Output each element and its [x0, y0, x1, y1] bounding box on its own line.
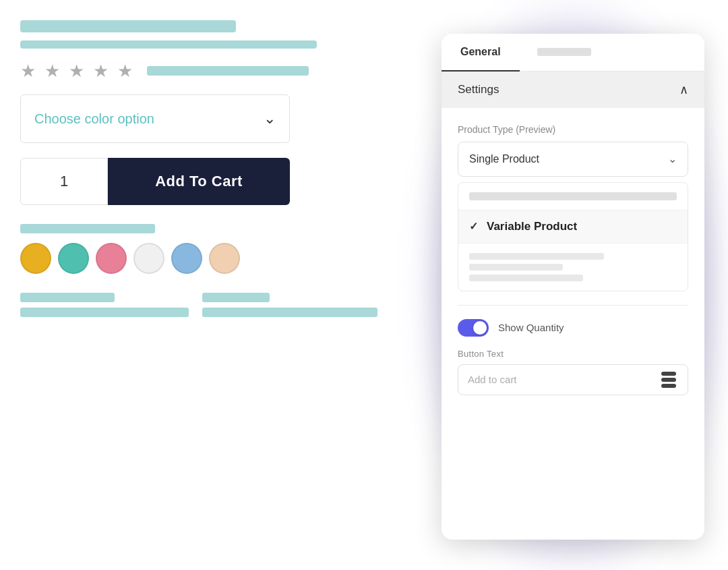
bottom-bar-2a: [202, 293, 270, 302]
star-2: ★: [44, 61, 65, 81]
color-option-dropdown[interactable]: Choose color option ⌄: [20, 94, 290, 143]
color-option-label: Choose color option: [34, 111, 154, 127]
tab-placeholder: [537, 48, 591, 56]
review-bar: [147, 66, 309, 76]
bottom-bar-1b: [20, 308, 189, 317]
item-bar-1: [469, 253, 604, 260]
button-text-input[interactable]: Add to cart: [458, 364, 688, 395]
product-type-dropdown[interactable]: Single Product ⌄: [458, 142, 688, 177]
swatches-row: [20, 243, 371, 274]
tab-general[interactable]: General: [442, 34, 520, 72]
bottom-bar-2b: [202, 308, 377, 317]
dropdown-item-variable-product[interactable]: ✓ Variable Product: [458, 210, 688, 244]
bottom-bar-1a: [20, 293, 115, 302]
chevron-down-icon: ⌄: [264, 110, 276, 127]
variable-product-label: Variable Product: [487, 220, 577, 233]
show-quantity-toggle[interactable]: [458, 319, 489, 337]
add-to-cart-button[interactable]: Add To Cart: [108, 158, 290, 205]
product-type-selected-label: Single Product: [469, 153, 539, 165]
check-icon: ✓: [469, 220, 481, 233]
bottom-block-1: [20, 293, 189, 322]
bottom-block-2: [202, 293, 377, 322]
decorative-bar-1: [20, 20, 236, 32]
right-panel: General Settings ∧ Product Type (Preview…: [431, 13, 715, 560]
star-1: ★: [20, 61, 40, 81]
swatch-white[interactable]: [133, 243, 164, 274]
settings-label: Settings: [458, 83, 499, 96]
settings-section-header[interactable]: Settings ∧: [442, 72, 704, 108]
bottom-placeholder-section: [20, 293, 371, 322]
swatch-pink[interactable]: [96, 243, 127, 274]
database-icon[interactable]: [659, 370, 678, 389]
show-quantity-row: Show Quantity: [458, 319, 688, 337]
swatches-section: [20, 224, 371, 274]
left-panel: ★ ★ ★ ★ ★ Choose color option ⌄ 1 Add To…: [0, 0, 391, 570]
product-type-dropdown-menu: ✓ Variable Product: [458, 182, 688, 291]
button-text-value: Add to cart: [468, 374, 517, 385]
swatch-blue[interactable]: [171, 243, 202, 274]
swatch-teal[interactable]: [58, 243, 89, 274]
item-bar-3: [469, 275, 583, 281]
star-4: ★: [93, 61, 113, 81]
item-bar-2: [469, 264, 563, 270]
star-5: ★: [117, 61, 138, 81]
dropdown-item-placeholder-2: [458, 244, 688, 291]
panel-tabs: General: [442, 34, 704, 72]
chevron-up-icon: ∧: [679, 82, 688, 97]
settings-panel: General Settings ∧ Product Type (Preview…: [442, 34, 704, 540]
quantity-input[interactable]: 1: [20, 158, 108, 205]
swatch-yellow[interactable]: [20, 243, 51, 274]
rating-row: ★ ★ ★ ★ ★: [20, 61, 371, 81]
cart-row: 1 Add To Cart: [20, 158, 290, 205]
product-type-field-label: Product Type (Preview): [458, 124, 688, 135]
product-type-chevron-icon: ⌄: [668, 152, 677, 165]
show-quantity-label: Show Quantity: [498, 322, 564, 333]
swatch-label-bar: [20, 224, 155, 233]
dropdown-item-placeholder-1[interactable]: [458, 183, 688, 210]
divider: [458, 305, 688, 306]
toggle-knob: [473, 321, 487, 335]
button-text-label: Button Text: [458, 349, 688, 359]
swatch-peach[interactable]: [209, 243, 240, 274]
panel-content: Product Type (Preview) Single Product ⌄ …: [442, 108, 704, 411]
decorative-bar-2: [20, 40, 317, 49]
star-3: ★: [69, 61, 89, 81]
